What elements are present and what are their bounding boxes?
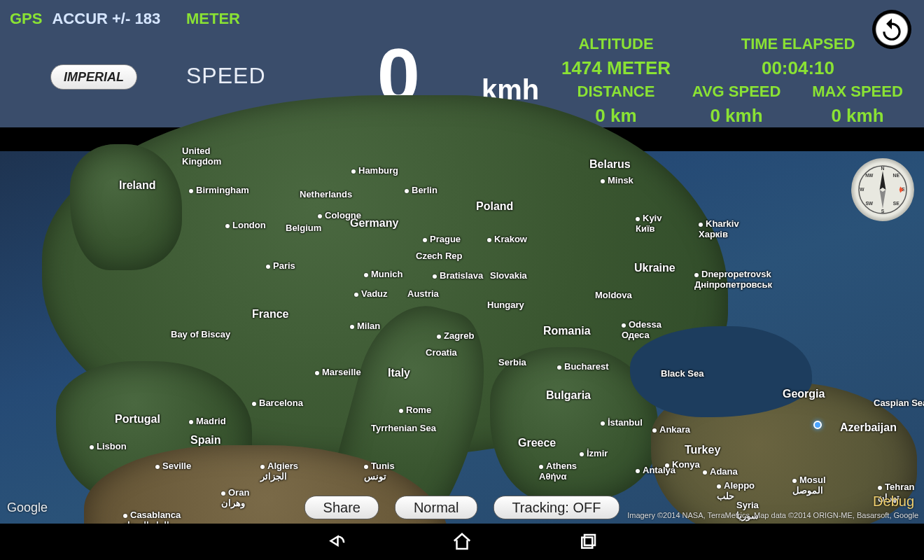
units-toggle-button[interactable]: IMPERIAL — [50, 64, 137, 90]
nav-recent-button[interactable] — [574, 528, 602, 556]
stat-max-speed: MAX SPEED 0 kmh — [798, 83, 917, 127]
undo-icon — [878, 16, 905, 43]
map-button-row: Share Normal Tracking: OFF — [304, 496, 620, 519]
elapsed-value: 00:04:10 — [728, 57, 868, 79]
svg-text:W: W — [860, 187, 864, 192]
gps-status: GPS ACCUR +/- 183 — [10, 10, 160, 28]
stat-avg-speed: AVG SPEED 0 kmh — [680, 83, 792, 127]
units-toggle-label: IMPERIAL — [64, 70, 124, 85]
stat-altitude: ALTITUDE 1474 METER — [560, 35, 672, 79]
home-icon — [451, 531, 472, 552]
share-button[interactable]: Share — [304, 496, 379, 519]
svg-text:S: S — [881, 209, 885, 214]
elapsed-label: TIME ELAPSED — [728, 35, 868, 53]
stat-time-elapsed: TIME ELAPSED 00:04:10 — [728, 35, 868, 79]
svg-text:NW: NW — [865, 173, 874, 178]
map-view[interactable]: IrelandUnited KingdomBirminghamLondonNet… — [0, 151, 924, 524]
distance-label: DISTANCE — [560, 83, 672, 101]
gps-unit-label: METER — [186, 10, 240, 28]
speed-label: SPEED — [186, 63, 265, 89]
svg-text:N: N — [881, 166, 885, 171]
tracking-toggle-button[interactable]: Tracking: OFF — [493, 496, 620, 519]
svg-rect-12 — [582, 538, 592, 548]
max-speed-value: 0 kmh — [798, 105, 917, 127]
compass-icon: NE SW NESE SWNW — [857, 164, 909, 216]
altitude-label: ALTITUDE — [560, 35, 672, 53]
android-navbar — [0, 524, 924, 560]
reset-button[interactable] — [872, 10, 911, 49]
max-speed-label: MAX SPEED — [798, 83, 917, 101]
gps-label: GPS — [10, 10, 42, 28]
svg-rect-13 — [584, 535, 595, 545]
avg-speed-label: AVG SPEED — [680, 83, 792, 101]
compass-button[interactable]: NE SW NESE SWNW — [851, 158, 914, 221]
avg-speed-value: 0 kmh — [680, 105, 792, 127]
map-mode-button[interactable]: Normal — [395, 496, 477, 519]
nav-back-button[interactable] — [322, 528, 350, 556]
gps-accuracy: ACCUR +/- 183 — [52, 10, 160, 28]
location-marker — [813, 421, 822, 429]
back-icon — [326, 531, 346, 552]
svg-text:SE: SE — [893, 201, 899, 206]
nav-home-button[interactable] — [448, 528, 476, 556]
svg-text:NE: NE — [893, 173, 900, 178]
altitude-value: 1474 METER — [560, 57, 672, 79]
svg-text:SW: SW — [865, 201, 873, 206]
recent-apps-icon — [578, 531, 598, 552]
